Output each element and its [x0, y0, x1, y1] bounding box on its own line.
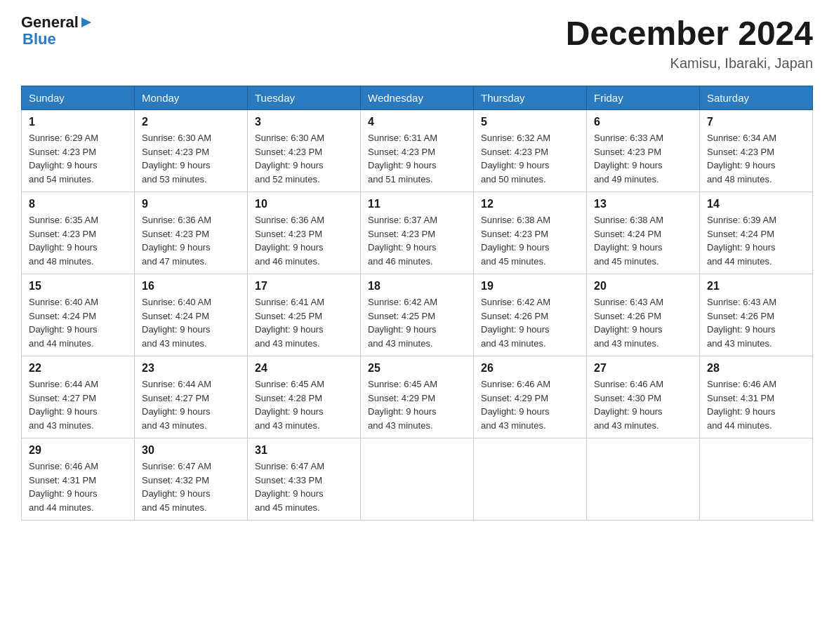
day-info: Sunrise: 6:46 AM Sunset: 4:30 PM Dayligh… [594, 377, 692, 432]
calendar-cell: 1 Sunrise: 6:29 AM Sunset: 4:23 PM Dayli… [22, 110, 135, 192]
day-info: Sunrise: 6:43 AM Sunset: 4:26 PM Dayligh… [594, 295, 692, 350]
logo: General Blue [21, 14, 93, 48]
day-number: 27 [594, 362, 692, 375]
day-info: Sunrise: 6:45 AM Sunset: 4:29 PM Dayligh… [368, 377, 466, 432]
week-row-5: 29 Sunrise: 6:46 AM Sunset: 4:31 PM Dayl… [22, 438, 813, 521]
calendar-cell: 16 Sunrise: 6:40 AM Sunset: 4:24 PM Dayl… [135, 274, 248, 356]
day-info: Sunrise: 6:46 AM Sunset: 4:31 PM Dayligh… [29, 459, 127, 514]
page-header: General Blue December 2024 Kamisu, Ibara… [21, 14, 813, 72]
calendar-cell: 25 Sunrise: 6:45 AM Sunset: 4:29 PM Dayl… [361, 356, 474, 438]
day-number: 21 [707, 280, 805, 293]
day-info: Sunrise: 6:36 AM Sunset: 4:23 PM Dayligh… [255, 213, 353, 268]
day-number: 12 [481, 198, 579, 210]
location: Kamisu, Ibaraki, Japan [566, 55, 813, 72]
day-number: 23 [142, 362, 240, 375]
day-info: Sunrise: 6:34 AM Sunset: 4:23 PM Dayligh… [707, 131, 805, 186]
calendar-cell: 21 Sunrise: 6:43 AM Sunset: 4:26 PM Dayl… [700, 274, 813, 356]
day-info: Sunrise: 6:33 AM Sunset: 4:23 PM Dayligh… [594, 131, 692, 186]
header-friday: Friday [587, 86, 700, 110]
calendar-cell: 19 Sunrise: 6:42 AM Sunset: 4:26 PM Dayl… [474, 274, 587, 356]
day-info: Sunrise: 6:38 AM Sunset: 4:24 PM Dayligh… [594, 213, 692, 268]
logo-blue-text: Blue [22, 31, 93, 48]
day-number: 5 [481, 116, 579, 128]
calendar-cell: 22 Sunrise: 6:44 AM Sunset: 4:27 PM Dayl… [22, 356, 135, 438]
day-info: Sunrise: 6:32 AM Sunset: 4:23 PM Dayligh… [481, 131, 579, 186]
calendar-cell: 28 Sunrise: 6:46 AM Sunset: 4:31 PM Dayl… [700, 356, 813, 438]
day-info: Sunrise: 6:30 AM Sunset: 4:23 PM Dayligh… [142, 131, 240, 186]
week-row-4: 22 Sunrise: 6:44 AM Sunset: 4:27 PM Dayl… [22, 356, 813, 438]
day-info: Sunrise: 6:39 AM Sunset: 4:24 PM Dayligh… [707, 213, 805, 268]
calendar-cell: 17 Sunrise: 6:41 AM Sunset: 4:25 PM Dayl… [248, 274, 361, 356]
day-info: Sunrise: 6:45 AM Sunset: 4:28 PM Dayligh… [255, 377, 353, 432]
calendar-cell: 5 Sunrise: 6:32 AM Sunset: 4:23 PM Dayli… [474, 110, 587, 192]
calendar-cell: 3 Sunrise: 6:30 AM Sunset: 4:23 PM Dayli… [248, 110, 361, 192]
calendar-cell: 20 Sunrise: 6:43 AM Sunset: 4:26 PM Dayl… [587, 274, 700, 356]
calendar-cell [700, 438, 813, 521]
day-number: 17 [255, 280, 353, 293]
calendar-cell: 15 Sunrise: 6:40 AM Sunset: 4:24 PM Dayl… [22, 274, 135, 356]
logo-general-text: General [21, 14, 79, 31]
calendar-cell [361, 438, 474, 521]
day-number: 6 [594, 116, 692, 128]
day-info: Sunrise: 6:36 AM Sunset: 4:23 PM Dayligh… [142, 213, 240, 268]
day-number: 10 [255, 198, 353, 210]
day-number: 4 [368, 116, 466, 128]
day-info: Sunrise: 6:40 AM Sunset: 4:24 PM Dayligh… [29, 295, 127, 350]
day-number: 22 [29, 362, 127, 375]
day-info: Sunrise: 6:42 AM Sunset: 4:26 PM Dayligh… [481, 295, 579, 350]
month-title: December 2024 [566, 14, 813, 53]
day-number: 26 [481, 362, 579, 375]
header-wednesday: Wednesday [361, 86, 474, 110]
day-info: Sunrise: 6:44 AM Sunset: 4:27 PM Dayligh… [29, 377, 127, 432]
day-info: Sunrise: 6:37 AM Sunset: 4:23 PM Dayligh… [368, 213, 466, 268]
calendar-cell: 14 Sunrise: 6:39 AM Sunset: 4:24 PM Dayl… [700, 192, 813, 274]
day-number: 18 [368, 280, 466, 293]
calendar-cell: 26 Sunrise: 6:46 AM Sunset: 4:29 PM Dayl… [474, 356, 587, 438]
calendar-cell: 10 Sunrise: 6:36 AM Sunset: 4:23 PM Dayl… [248, 192, 361, 274]
calendar-cell: 31 Sunrise: 6:47 AM Sunset: 4:33 PM Dayl… [248, 438, 361, 521]
day-info: Sunrise: 6:46 AM Sunset: 4:29 PM Dayligh… [481, 377, 579, 432]
header-monday: Monday [135, 86, 248, 110]
day-number: 2 [142, 116, 240, 128]
header-saturday: Saturday [700, 86, 813, 110]
day-info: Sunrise: 6:41 AM Sunset: 4:25 PM Dayligh… [255, 295, 353, 350]
day-info: Sunrise: 6:47 AM Sunset: 4:33 PM Dayligh… [255, 459, 353, 514]
calendar-cell: 7 Sunrise: 6:34 AM Sunset: 4:23 PM Dayli… [700, 110, 813, 192]
calendar-cell: 29 Sunrise: 6:46 AM Sunset: 4:31 PM Dayl… [22, 438, 135, 521]
calendar-cell: 30 Sunrise: 6:47 AM Sunset: 4:32 PM Dayl… [135, 438, 248, 521]
calendar-cell: 27 Sunrise: 6:46 AM Sunset: 4:30 PM Dayl… [587, 356, 700, 438]
calendar-cell: 11 Sunrise: 6:37 AM Sunset: 4:23 PM Dayl… [361, 192, 474, 274]
svg-marker-0 [81, 18, 91, 27]
week-row-3: 15 Sunrise: 6:40 AM Sunset: 4:24 PM Dayl… [22, 274, 813, 356]
week-row-1: 1 Sunrise: 6:29 AM Sunset: 4:23 PM Dayli… [22, 110, 813, 192]
day-number: 7 [707, 116, 805, 128]
day-number: 30 [142, 444, 240, 457]
day-number: 9 [142, 198, 240, 210]
day-number: 16 [142, 280, 240, 293]
day-info: Sunrise: 6:44 AM Sunset: 4:27 PM Dayligh… [142, 377, 240, 432]
day-info: Sunrise: 6:40 AM Sunset: 4:24 PM Dayligh… [142, 295, 240, 350]
day-info: Sunrise: 6:43 AM Sunset: 4:26 PM Dayligh… [707, 295, 805, 350]
day-number: 3 [255, 116, 353, 128]
day-info: Sunrise: 6:35 AM Sunset: 4:23 PM Dayligh… [29, 213, 127, 268]
calendar-cell [474, 438, 587, 521]
day-number: 13 [594, 198, 692, 210]
day-info: Sunrise: 6:47 AM Sunset: 4:32 PM Dayligh… [142, 459, 240, 514]
day-info: Sunrise: 6:30 AM Sunset: 4:23 PM Dayligh… [255, 131, 353, 186]
header-thursday: Thursday [474, 86, 587, 110]
calendar-cell: 6 Sunrise: 6:33 AM Sunset: 4:23 PM Dayli… [587, 110, 700, 192]
calendar-cell: 8 Sunrise: 6:35 AM Sunset: 4:23 PM Dayli… [22, 192, 135, 274]
day-number: 11 [368, 198, 466, 210]
day-number: 15 [29, 280, 127, 293]
day-info: Sunrise: 6:38 AM Sunset: 4:23 PM Dayligh… [481, 213, 579, 268]
calendar-cell: 9 Sunrise: 6:36 AM Sunset: 4:23 PM Dayli… [135, 192, 248, 274]
logo-arrow-icon [80, 16, 93, 29]
day-info: Sunrise: 6:42 AM Sunset: 4:25 PM Dayligh… [368, 295, 466, 350]
day-number: 28 [707, 362, 805, 375]
day-number: 29 [29, 444, 127, 457]
day-number: 24 [255, 362, 353, 375]
day-info: Sunrise: 6:29 AM Sunset: 4:23 PM Dayligh… [29, 131, 127, 186]
day-number: 20 [594, 280, 692, 293]
header-tuesday: Tuesday [248, 86, 361, 110]
day-number: 14 [707, 198, 805, 210]
